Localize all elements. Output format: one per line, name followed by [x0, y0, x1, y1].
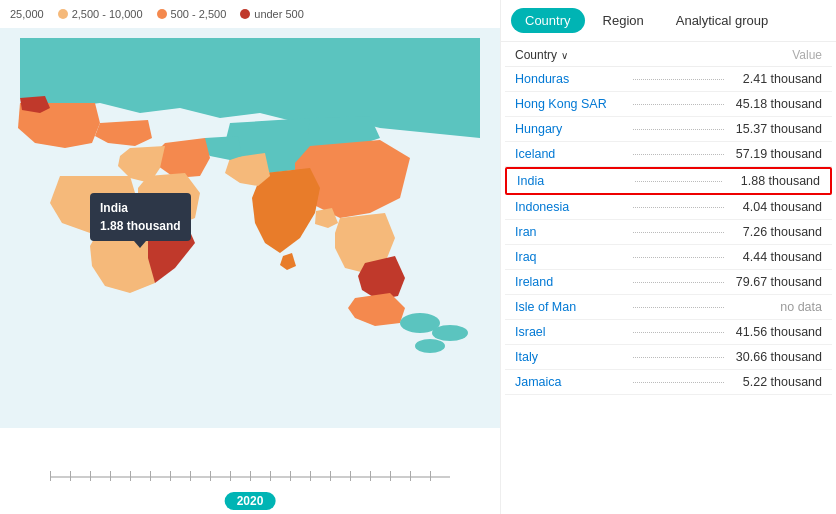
row-value: 4.04 thousand [732, 200, 822, 214]
tick [130, 471, 150, 481]
row-dots [633, 382, 724, 383]
column-header-country[interactable]: Country ∨ [515, 48, 568, 62]
legend-item-2500-10000: 2,500 - 10,000 [58, 8, 143, 20]
row-dots [633, 282, 724, 283]
row-value: 5.22 thousand [732, 375, 822, 389]
row-value: 1.88 thousand [730, 174, 820, 188]
row-dots [633, 257, 724, 258]
row-dots [633, 332, 724, 333]
tab-region[interactable]: Region [589, 8, 658, 33]
row-value: 45.18 thousand [732, 97, 822, 111]
row-country-name: Jamaica [515, 375, 625, 389]
map-svg-container: India 1.88 thousand [0, 28, 500, 458]
tick [250, 471, 270, 481]
table-row[interactable]: Ireland79.67 thousand [505, 270, 832, 295]
table-row[interactable]: Hungary15.37 thousand [505, 117, 832, 142]
legend-dot-500-2500 [157, 9, 167, 19]
map-area: 25,000 2,500 - 10,000 500 - 2,500 under … [0, 0, 500, 514]
legend-label-under500: under 500 [254, 8, 304, 20]
tick [390, 471, 410, 481]
col-country-label: Country [515, 48, 557, 62]
row-country-name: Hong Kong SAR [515, 97, 625, 111]
row-dots [633, 232, 724, 233]
tick [90, 471, 110, 481]
table-row[interactable]: India1.88 thousand [505, 167, 832, 195]
tick [350, 471, 370, 481]
tick [70, 471, 90, 481]
row-dots [633, 104, 724, 105]
legend-label-25k: 25,000 [10, 8, 44, 20]
sea-island2 [432, 325, 468, 341]
tick [210, 471, 230, 481]
tick [310, 471, 330, 481]
row-country-name: Honduras [515, 72, 625, 86]
table-row[interactable]: Isle of Manno data [505, 295, 832, 320]
table-row[interactable]: Italy30.66 thousand [505, 345, 832, 370]
world-map-svg [0, 28, 500, 428]
row-value: 30.66 thousand [732, 350, 822, 364]
row-dots [633, 79, 724, 80]
tick [230, 471, 250, 481]
main-container: 25,000 2,500 - 10,000 500 - 2,500 under … [0, 0, 836, 514]
legend-item-500-2500: 500 - 2,500 [157, 8, 227, 20]
row-dots [633, 357, 724, 358]
sea-island3 [415, 339, 445, 353]
row-value: 4.44 thousand [732, 250, 822, 264]
table-row[interactable]: Iran7.26 thousand [505, 220, 832, 245]
tick [110, 471, 130, 481]
legend-label-500-2500: 500 - 2,500 [171, 8, 227, 20]
legend: 25,000 2,500 - 10,000 500 - 2,500 under … [0, 0, 500, 28]
table-area: Country Region Analytical group Country … [500, 0, 836, 514]
table-row[interactable]: Jamaica5.22 thousand [505, 370, 832, 395]
sort-icon: ∨ [561, 50, 568, 61]
table-row[interactable]: Hong Kong SAR45.18 thousand [505, 92, 832, 117]
tab-country[interactable]: Country [511, 8, 585, 33]
row-value: 15.37 thousand [732, 122, 822, 136]
table-rows-container: Honduras2.41 thousandHong Kong SAR45.18 … [505, 67, 832, 395]
tick [190, 471, 210, 481]
table-row[interactable]: Israel41.56 thousand [505, 320, 832, 345]
timeline: 2020 [0, 458, 500, 500]
row-country-name: Israel [515, 325, 625, 339]
col-value-label: Value [792, 48, 822, 62]
legend-dot-under500 [240, 9, 250, 19]
legend-item-under500: under 500 [240, 8, 304, 20]
row-dots [635, 181, 722, 182]
row-dots [633, 154, 724, 155]
tab-analytical[interactable]: Analytical group [662, 8, 783, 33]
row-country-name: Iraq [515, 250, 625, 264]
row-country-name: India [517, 174, 627, 188]
table-row[interactable]: Iraq4.44 thousand [505, 245, 832, 270]
row-value: 57.19 thousand [732, 147, 822, 161]
tabs-container: Country Region Analytical group [501, 0, 836, 42]
row-value: no data [732, 300, 822, 314]
row-country-name: Hungary [515, 122, 625, 136]
table-row[interactable]: Indonesia4.04 thousand [505, 195, 832, 220]
row-country-name: Indonesia [515, 200, 625, 214]
tick [410, 471, 430, 481]
year-badge[interactable]: 2020 [225, 492, 276, 510]
tick [170, 471, 190, 481]
row-dots [633, 307, 724, 308]
row-country-name: Italy [515, 350, 625, 364]
tick [330, 471, 350, 481]
table-header: Country ∨ Value [505, 42, 832, 67]
row-value: 41.56 thousand [732, 325, 822, 339]
tick [290, 471, 310, 481]
row-value: 79.67 thousand [732, 275, 822, 289]
row-dots [633, 129, 724, 130]
tick [50, 471, 70, 481]
row-country-name: Iceland [515, 147, 625, 161]
table-row[interactable]: Honduras2.41 thousand [505, 67, 832, 92]
row-country-name: Ireland [515, 275, 625, 289]
row-value: 7.26 thousand [732, 225, 822, 239]
row-value: 2.41 thousand [732, 72, 822, 86]
tick [150, 471, 170, 481]
row-country-name: Iran [515, 225, 625, 239]
tick [370, 471, 390, 481]
table-row[interactable]: Iceland57.19 thousand [505, 142, 832, 167]
tick [270, 471, 290, 481]
row-country-name: Isle of Man [515, 300, 625, 314]
tick [430, 471, 450, 481]
legend-dot-2500-10000 [58, 9, 68, 19]
